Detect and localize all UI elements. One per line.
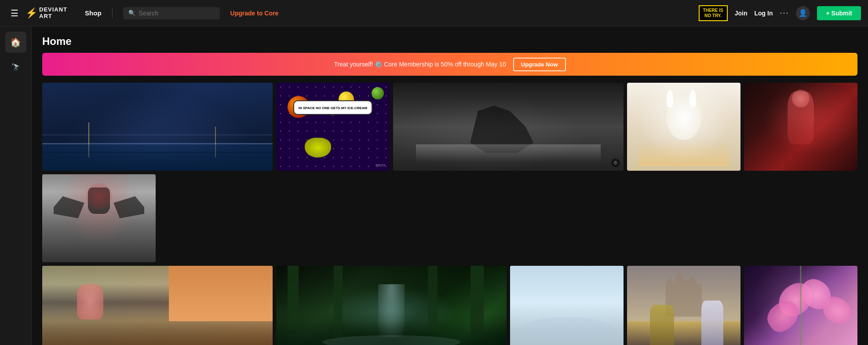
- artwork-black-horse[interactable]: ©: [393, 83, 624, 171]
- nav-divider: [112, 8, 113, 18]
- artwork-fantasy-warriors[interactable]: [627, 266, 740, 345]
- there-is-no-try-promo[interactable]: THERE IS NO TRY.: [699, 5, 728, 21]
- search-input[interactable]: [139, 10, 215, 17]
- artwork-space-comic[interactable]: IN SPACE NO ONE GETS MY ICE-CREAM 3/5/23: [276, 83, 390, 171]
- more-options-button[interactable]: ···: [780, 8, 789, 18]
- artwork-dark-angel[interactable]: [42, 174, 156, 262]
- app-body: 🏠 🔭 Home Treat yourself! ⚙️ Core Members…: [0, 26, 868, 345]
- main-content: Home Treat yourself! ⚙️ Core Membership …: [32, 26, 868, 345]
- sidebar-item-home[interactable]: 🏠: [5, 32, 26, 53]
- page-header: Home: [32, 26, 868, 53]
- hamburger-menu-button[interactable]: ☰: [7, 4, 22, 22]
- shop-nav-button[interactable]: Shop: [78, 0, 109, 26]
- page-title: Home: [42, 35, 857, 48]
- upgrade-now-button[interactable]: Upgrade Now: [513, 58, 566, 71]
- avatar-icon: 👤: [799, 9, 807, 17]
- artwork-misty-forest[interactable]: [276, 266, 507, 345]
- artwork-anime-red[interactable]: [744, 83, 857, 171]
- search-icon: 🔍: [128, 10, 135, 16]
- sidebar-item-watch[interactable]: 🔭: [5, 56, 26, 77]
- nav-right: THERE IS NO TRY. Join Log In ··· 👤 + Sub…: [699, 5, 861, 21]
- search-bar[interactable]: 🔍: [123, 7, 220, 19]
- logo-text: DEVIANT ART: [39, 7, 67, 19]
- artwork-cyberpunk-city[interactable]: [42, 83, 273, 171]
- login-button[interactable]: Log In: [754, 10, 773, 17]
- submit-button[interactable]: + Submit: [817, 6, 861, 20]
- home-icon: 🏠: [10, 37, 21, 48]
- promo-text: Treat yourself! ⚙️ Core Membership is 50…: [334, 61, 506, 68]
- artwork-white-rabbit[interactable]: [627, 83, 740, 171]
- telescope-icon: 🔭: [11, 63, 20, 71]
- user-avatar[interactable]: 👤: [796, 6, 810, 20]
- promo-banner: Treat yourself! ⚙️ Core Membership is 50…: [42, 53, 857, 76]
- logo-area[interactable]: ⚡ DEVIANT ART: [26, 7, 67, 19]
- join-button[interactable]: Join: [735, 10, 748, 17]
- artwork-pink-orchids[interactable]: [744, 266, 857, 345]
- deviantart-logo-icon: ⚡: [26, 7, 37, 19]
- top-nav: ☰ ⚡ DEVIANT ART Shop 🔍 Upgrade to Core T…: [0, 0, 868, 26]
- core-icon: ⚙️: [375, 61, 382, 68]
- sidebar: 🏠 🔭: [0, 26, 32, 345]
- upgrade-core-button[interactable]: Upgrade to Core: [230, 10, 279, 17]
- artwork-foggy-sky[interactable]: [510, 266, 624, 345]
- artwork-anthro-car[interactable]: DEVIANTART: [42, 266, 273, 345]
